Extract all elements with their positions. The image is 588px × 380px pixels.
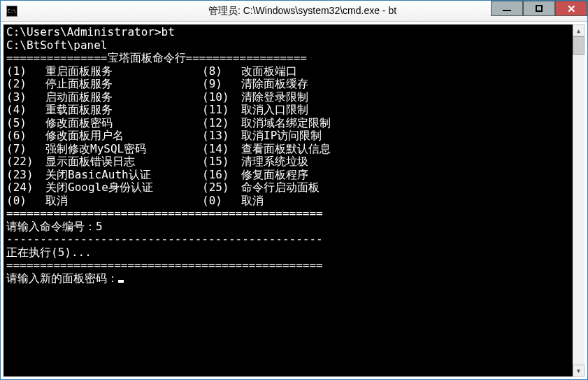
menu-row: (5)修改面板密码(12)取消域名绑定限制: [6, 117, 570, 130]
menu-label-left: 修改面板密码: [45, 117, 202, 130]
dash-sep: ----------------------------------------…: [6, 232, 323, 246]
menu-num-right: (14): [202, 143, 241, 156]
header-sep-l: ===============: [6, 51, 108, 64]
maximize-button[interactable]: [523, 1, 555, 16]
maximize-icon: [536, 5, 543, 12]
menu-label-left: 停止面板服务: [45, 78, 202, 91]
cmd-window: 管理员: C:\Windows\system32\cmd.exe - bt ✕ …: [0, 0, 588, 380]
menu-label-left: 关闭Google身份认证: [45, 181, 202, 195]
menu-num-left: (3): [6, 91, 45, 104]
input-prompt-2: 请输入新的面板密码：: [6, 272, 118, 285]
menu-num-left: (22): [6, 155, 45, 169]
menu-row: (24)关闭Google身份认证(25)命令行启动面板: [6, 181, 570, 195]
input-prompt-1: 请输入命令编号：: [6, 220, 96, 233]
menu-num-right: (15): [202, 155, 241, 169]
scroll-up-button[interactable]: ▲: [573, 24, 585, 36]
cmd-icon: [6, 6, 17, 17]
console-area: C:\Users\Administrator>bt C:\BtSoft\pane…: [1, 22, 587, 379]
menu-label-right: 清除登录限制: [241, 91, 308, 104]
menu-label-right: 取消入口限制: [241, 104, 308, 117]
footer-sep: ========================================…: [6, 206, 323, 220]
menu-num-left: (7): [6, 143, 45, 156]
menu-label-right: 取消: [241, 195, 264, 208]
menu-num-right: (0): [202, 195, 241, 208]
cwd-line: C:\BtSoft\panel: [6, 38, 108, 52]
menu-num-right: (16): [202, 169, 241, 182]
minimize-button[interactable]: [491, 1, 523, 16]
close-icon: ✕: [567, 3, 576, 14]
console[interactable]: C:\Users\Administrator>bt C:\BtSoft\pane…: [3, 24, 573, 377]
menu-label-left: 显示面板错误日志: [45, 155, 202, 169]
input-value-1: 5: [96, 220, 103, 233]
typed-command: bt: [162, 25, 175, 38]
menu-row: (0)取消(0)取消: [6, 195, 570, 208]
prompt-path: C:\Users\Administrator>: [6, 25, 162, 38]
eq-sep: ========================================…: [6, 258, 323, 272]
menu-num-right: (13): [202, 129, 241, 143]
menu-row: (3)启动面板服务(10)清除登录限制: [6, 91, 570, 104]
menu-num-left: (5): [6, 117, 45, 130]
menu-row: (4)重载面板服务(11)取消入口限制: [6, 104, 570, 117]
menu-label-left: 修改面板用户名: [45, 129, 202, 143]
header-sep-r: ==================: [186, 51, 307, 64]
header-title: 宝塔面板命令行: [108, 51, 186, 64]
menu-label-left: 启动面板服务: [45, 91, 202, 104]
menu-label-right: 清除面板缓存: [241, 78, 308, 91]
menu-num-right: (9): [202, 78, 241, 91]
cursor: [118, 280, 124, 283]
scroll-track[interactable]: [573, 36, 585, 365]
menu-row: (7)强制修改MySQL密码(14)查看面板默认信息: [6, 143, 570, 156]
menu-label-left: 强制修改MySQL密码: [45, 143, 202, 156]
menu-num-left: (6): [6, 129, 45, 143]
scroll-thumb[interactable]: [573, 36, 585, 55]
menu-label-right: 修复面板程序: [241, 169, 308, 182]
menu-label-right: 改面板端口: [241, 65, 297, 78]
menu-label-left: 取消: [45, 195, 202, 208]
scrollbar[interactable]: ▲ ▼: [573, 24, 585, 377]
menu-label-right: 取消IP访问限制: [241, 129, 322, 143]
menu-label-right: 取消域名绑定限制: [241, 117, 331, 130]
menu-num-left: (0): [6, 195, 45, 208]
menu-num-right: (8): [202, 65, 241, 78]
window-controls: ✕: [491, 1, 587, 16]
menu-num-right: (11): [202, 104, 241, 117]
menu-row: (2)停止面板服务(9)清除面板缓存: [6, 78, 570, 91]
menu-label-right: 命令行启动面板: [241, 181, 320, 195]
menu-num-left: (2): [6, 78, 45, 91]
menu-num-left: (4): [6, 104, 45, 117]
executing-line: 正在执行(5)...: [6, 246, 92, 259]
close-button[interactable]: ✕: [555, 1, 587, 16]
menu-label-left: 关闭BasicAuth认证: [45, 169, 202, 182]
menu-num-right: (12): [202, 117, 241, 130]
menu-num-right: (10): [202, 91, 241, 104]
menu-label-right: 清理系统垃圾: [241, 155, 308, 169]
scroll-down-button[interactable]: ▼: [573, 365, 585, 377]
minimize-icon: [503, 10, 511, 11]
menu-num-left: (24): [6, 181, 45, 195]
menu-row: (6)修改面板用户名(13)取消IP访问限制: [6, 129, 570, 143]
menu-row: (1)重启面板服务(8)改面板端口: [6, 65, 570, 78]
menu-row: (22)显示面板错误日志(15)清理系统垃圾: [6, 155, 570, 169]
menu-row: (23)关闭BasicAuth认证(16)修复面板程序: [6, 169, 570, 182]
menu-num-right: (25): [202, 181, 241, 195]
menu-label-left: 重载面板服务: [45, 104, 202, 117]
menu-label-left: 重启面板服务: [45, 65, 202, 78]
menu-list: (1)重启面板服务(8)改面板端口(2)停止面板服务(9)清除面板缓存(3)启动…: [6, 65, 570, 208]
menu-num-left: (23): [6, 169, 45, 182]
menu-label-right: 查看面板默认信息: [241, 143, 331, 156]
titlebar[interactable]: 管理员: C:\Windows\system32\cmd.exe - bt ✕: [1, 1, 587, 22]
menu-num-left: (1): [6, 65, 45, 78]
